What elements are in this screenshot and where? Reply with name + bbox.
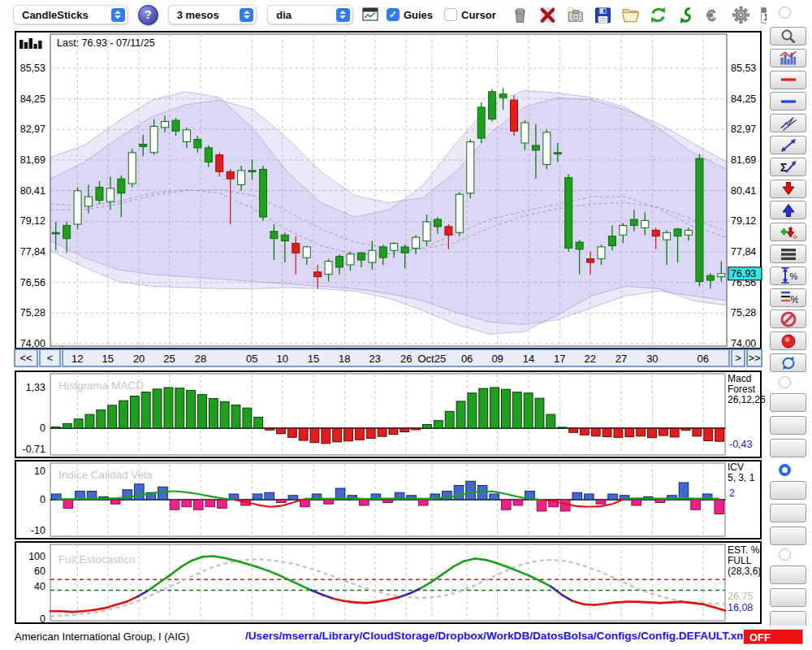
candle [238, 171, 245, 185]
arrow-down-red-button[interactable] [770, 180, 806, 198]
macd-panel-radio[interactable] [779, 376, 791, 388]
triple-lines-button[interactable] [770, 245, 806, 263]
candle [554, 153, 561, 154]
price-axis-label-right: 81,69 [731, 154, 756, 166]
macd-bar [220, 401, 229, 428]
icv-bar [218, 500, 227, 509]
lines-percent-button[interactable]: % [770, 288, 806, 307]
est-params: FULL [728, 555, 752, 566]
nav-prev-button[interactable]: < [40, 349, 60, 366]
date-strip[interactable] [63, 349, 729, 366]
stoch-k-line [366, 602, 377, 604]
icv-bar [383, 500, 393, 503]
date-label: 23 [369, 353, 381, 365]
macd-bar [287, 428, 296, 437]
macd-bar [614, 428, 623, 437]
macd-indicator-curves-button[interactable] [770, 439, 806, 457]
volume-chart-button[interactable] [770, 49, 806, 67]
est-panel-title: Full Estocastico [58, 553, 136, 566]
sigma-trend-button[interactable]: Σ [770, 158, 806, 176]
macd-arrows-up-down-button[interactable] [770, 393, 806, 412]
svg-text:Last: 76.93 - 07/11/25: Last: 76.93 - 07/11/25 [57, 37, 155, 49]
candle [140, 144, 147, 146]
candle [489, 92, 496, 119]
status-bar: American International Group, I (AIG) /U… [0, 626, 812, 650]
icv-bar [679, 483, 689, 500]
forbidden-button[interactable] [770, 310, 806, 328]
stoch-k-line [355, 602, 365, 603]
macd-lines-percent-sm-button[interactable] [770, 416, 806, 435]
channel-button[interactable] [770, 114, 806, 132]
record-button[interactable] [770, 332, 806, 350]
candle [314, 272, 322, 277]
macd-lines-percent-sm-icon [779, 417, 798, 435]
svg-text:76,93: 76,93 [731, 268, 756, 280]
icv-bar [110, 500, 120, 504]
price-axis-label-right: 82,97 [731, 124, 756, 135]
macd-bar [490, 388, 499, 428]
macd-bar [198, 395, 207, 428]
candle [641, 221, 649, 228]
stoch-k-line [475, 559, 486, 561]
trend-arrow-button[interactable] [770, 136, 806, 154]
macd-bar [378, 428, 387, 436]
icv-bar [513, 500, 523, 505]
icv-bar [135, 484, 145, 500]
icv-indicator-curves-button[interactable] [770, 526, 806, 545]
macd-bar [119, 401, 128, 428]
stoch-k-line [584, 604, 594, 605]
macd-bar [209, 399, 218, 428]
macd-panel-title: Histgrama MACD [58, 379, 144, 392]
price-axis-label-left: 77,84 [20, 246, 45, 258]
arrow-up-blue-button[interactable] [770, 201, 806, 219]
icv-bar [655, 500, 665, 503]
icv-indicator-curves-icon [779, 527, 798, 545]
candle [150, 126, 158, 152]
blue-line-icon [779, 93, 798, 110]
stoch-k-line [681, 602, 692, 604]
off-button[interactable]: OFF [743, 629, 803, 644]
icv-bar [63, 500, 73, 509]
svg-text:100: 100 [28, 551, 45, 562]
candle [85, 197, 93, 206]
nav-last-button[interactable]: >> [747, 349, 762, 366]
candle [227, 171, 234, 179]
date-label: 26 [400, 353, 412, 365]
blue-line-button[interactable] [770, 92, 806, 110]
macd-bar [535, 398, 544, 428]
candle [608, 236, 615, 246]
icv-lines-percent-sm-button[interactable] [770, 504, 806, 522]
est-arrows-up-down-button[interactable] [770, 566, 806, 584]
vertical-range-percent-icon: % [779, 266, 798, 284]
price-axis-label-right: 79,12 [731, 215, 756, 227]
channel-icon [779, 115, 798, 132]
charts-canvas[interactable]: Last: 76.93 - 07/11/2585,5385,5384,2584,… [0, 0, 767, 626]
add-drop-button[interactable] [770, 223, 806, 241]
candle [706, 275, 714, 280]
nav-first-button[interactable]: << [15, 349, 37, 366]
icv-arrows-up-down-button[interactable] [770, 481, 806, 500]
est-panel-radio[interactable] [779, 548, 791, 561]
macd-bar [52, 427, 61, 428]
date-label: 15 [308, 353, 319, 365]
macd-bar [85, 414, 94, 428]
price-axis-label-left: 81,69 [20, 154, 45, 166]
zoom-magnifier-icon [779, 28, 798, 46]
icv-bar [715, 500, 724, 514]
est-d-value: 26,75 [728, 591, 753, 602]
macd-bar [670, 428, 679, 437]
candle [401, 247, 408, 253]
zoom-magnifier-button[interactable] [770, 27, 806, 46]
macd-value: -0,43 [729, 439, 753, 450]
icv-panel-radio[interactable] [779, 464, 791, 476]
red-line-button[interactable] [770, 71, 806, 89]
sidebar-top-radio[interactable] [779, 6, 791, 19]
refresh-arrows-button[interactable] [770, 353, 806, 372]
est-lines-percent-sm-button[interactable] [770, 588, 806, 607]
mini-bars-icon [19, 40, 23, 49]
config-path-link[interactable]: /Users/mserra/Library/CloudStorage/Dropb… [245, 630, 749, 642]
vertical-range-percent-button[interactable]: % [770, 266, 806, 285]
nav-next-button[interactable]: > [732, 349, 745, 366]
candle [412, 237, 420, 248]
price-axis-label-right: 85,53 [731, 63, 756, 74]
